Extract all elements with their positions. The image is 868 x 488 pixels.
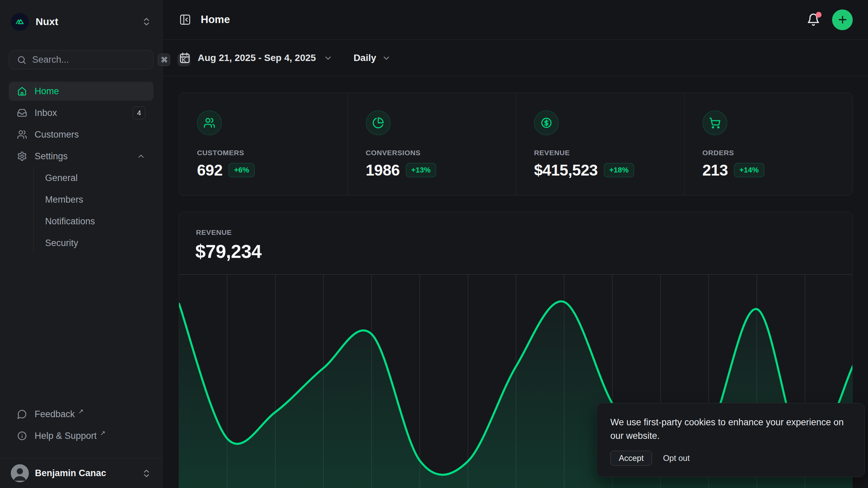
- sidebar-item-general[interactable]: General: [34, 168, 145, 187]
- user-name: Benjamin Canac: [35, 468, 106, 479]
- sidebar-collapse-icon[interactable]: [179, 13, 192, 26]
- gear-icon: [17, 151, 27, 161]
- stat-card-revenue[interactable]: REVENUE $415,523 +18%: [516, 93, 684, 195]
- search-icon: [17, 55, 27, 65]
- message-circle-icon: [17, 409, 27, 419]
- cookie-message: We use first-party cookies to enhance yo…: [610, 415, 851, 443]
- revenue-panel-value: $79,234: [195, 241, 261, 262]
- page-header: Home: [163, 0, 868, 40]
- stat-value: 213: [703, 161, 728, 179]
- sidebar-item-home[interactable]: Home: [9, 82, 154, 101]
- plus-icon: [837, 14, 848, 25]
- app-root: Nuxt ⌘ K: [0, 0, 868, 488]
- cookie-banner: We use first-party cookies to enhance yo…: [596, 403, 865, 477]
- sidebar-item-label: Home: [35, 86, 59, 97]
- info-icon: [17, 431, 27, 441]
- sidebar-item-notifications[interactable]: Notifications: [34, 212, 145, 231]
- feedback-label: Feedback: [35, 409, 75, 420]
- notifications-button[interactable]: [806, 13, 821, 27]
- stat-label: CONVERSIONS: [366, 149, 506, 157]
- date-range-value: Aug 21, 2025 - Sep 4, 2025: [198, 53, 316, 63]
- stat-label: CUSTOMERS: [197, 149, 337, 157]
- calendar-icon: [179, 52, 191, 64]
- chevron-down-icon: [323, 54, 333, 63]
- stat-value: $415,523: [534, 161, 598, 179]
- page-title: Home: [201, 14, 230, 26]
- stat-value: 1986: [366, 161, 400, 179]
- sidebar-item-security[interactable]: Security: [34, 233, 145, 252]
- accept-button[interactable]: Accept: [610, 451, 652, 466]
- sidebar-item-label: Customers: [35, 129, 79, 140]
- stat-label: ORDERS: [703, 149, 843, 157]
- help-support-label: Help & Support: [35, 431, 97, 441]
- workspace-name: Nuxt: [36, 16, 58, 27]
- stat-card-orders[interactable]: ORDERS 213 +14%: [684, 93, 853, 195]
- users-icon: [17, 129, 27, 140]
- date-range-picker[interactable]: Aug 21, 2025 - Sep 4, 2025: [179, 52, 333, 64]
- sidebar-item-inbox[interactable]: Inbox 4: [9, 103, 154, 122]
- filters-toolbar: Aug 21, 2025 - Sep 4, 2025 Daily: [163, 40, 868, 76]
- stat-card-customers[interactable]: CUSTOMERS 692 +6%: [179, 93, 348, 195]
- granularity-select[interactable]: Daily: [354, 53, 391, 63]
- users-icon: [197, 110, 222, 135]
- add-button[interactable]: [832, 9, 853, 30]
- stat-label: REVENUE: [534, 149, 674, 157]
- sidebar-item-label: Inbox: [35, 108, 57, 118]
- stat-delta-badge: +13%: [406, 163, 436, 177]
- circle-dollar-icon: [534, 110, 559, 135]
- stats-row: CUSTOMERS 692 +6% CONVERSIONS 1986 +13%: [179, 93, 853, 196]
- granularity-value: Daily: [354, 53, 376, 63]
- feedback-link[interactable]: Feedback ↗: [9, 405, 154, 424]
- settings-subnav: General Members Notifications Security: [33, 168, 145, 252]
- sidebar-item-label: General: [45, 173, 78, 183]
- stat-value: 692: [197, 161, 222, 179]
- chevrons-up-down-icon: [141, 17, 152, 27]
- sidebar-item-settings[interactable]: Settings: [9, 147, 154, 166]
- chevrons-up-down-icon: [141, 468, 152, 479]
- stat-card-conversions[interactable]: CONVERSIONS 1986 +13%: [348, 93, 516, 195]
- workspace-switcher[interactable]: Nuxt: [9, 12, 154, 31]
- pie-chart-icon: [366, 110, 391, 135]
- sidebar-item-customers[interactable]: Customers: [9, 125, 154, 144]
- home-icon: [17, 86, 27, 96]
- chevron-up-icon: [137, 152, 145, 161]
- external-link-icon: ↗: [78, 407, 84, 415]
- revenue-panel-label: REVENUE: [196, 228, 232, 237]
- inbox-count-badge: 4: [133, 106, 145, 119]
- help-support-link[interactable]: Help & Support ↗: [9, 426, 154, 445]
- inbox-icon: [17, 108, 27, 118]
- sidebar-item-label: Members: [45, 195, 83, 205]
- sidebar-footer: Feedback ↗ Help & Support ↗: [9, 405, 154, 448]
- search-input[interactable]: ⌘ K: [9, 50, 154, 69]
- opt-out-button[interactable]: Opt out: [663, 453, 690, 463]
- header-actions: [806, 9, 853, 30]
- stat-delta-badge: +18%: [604, 163, 634, 177]
- stat-delta-badge: +6%: [229, 163, 255, 177]
- user-menu[interactable]: Benjamin Canac: [0, 458, 162, 488]
- nuxt-logo-icon: [11, 13, 29, 31]
- search-field[interactable]: [32, 55, 152, 65]
- shopping-cart-icon: [703, 110, 727, 135]
- sidebar-item-label: Notifications: [45, 216, 95, 227]
- sidebar-item-label: Security: [45, 238, 78, 248]
- chevron-down-icon: [382, 54, 391, 63]
- avatar: [11, 464, 29, 482]
- sidebar-item-members[interactable]: Members: [34, 190, 145, 209]
- external-link-icon: ↗: [100, 429, 105, 437]
- stat-delta-badge: +14%: [734, 163, 764, 177]
- notification-dot: [816, 12, 822, 18]
- sidebar-nav: Home Inbox 4 C: [9, 82, 154, 255]
- sidebar-item-label: Settings: [35, 151, 68, 162]
- sidebar: Nuxt ⌘ K: [0, 0, 163, 488]
